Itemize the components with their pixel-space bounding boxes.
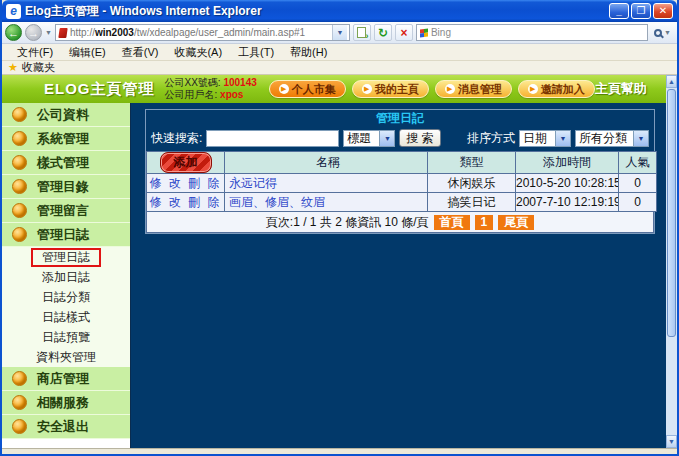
- address-dropdown-icon[interactable]: ▼: [332, 25, 347, 40]
- sidebar-sub-folder-management[interactable]: 資料夾管理: [2, 347, 130, 367]
- search-options-icon[interactable]: ▼: [664, 29, 671, 36]
- diary-name-link[interactable]: 画眉、修眉、纹眉: [229, 195, 325, 209]
- app-logo: ELOG主頁管理: [2, 80, 155, 99]
- sidebar-item-manage-messages[interactable]: 管理留言: [2, 199, 130, 223]
- history-dropdown-icon[interactable]: ▼: [45, 29, 52, 36]
- chevron-down-icon: ▼: [633, 131, 648, 146]
- address-field[interactable]: http://win2003/tw/xdealpage/user_admin/m…: [55, 24, 350, 41]
- browser-window: e Elog主页管理 - Windows Internet Explorer _…: [0, 0, 679, 456]
- menu-edit[interactable]: 编辑(E): [62, 44, 113, 61]
- diary-time: 2007-7-10 12:19:19: [516, 193, 619, 212]
- menu-ball-icon: [12, 227, 27, 242]
- col-time: 添加時間: [516, 152, 619, 174]
- sidebar-item-manage-directory[interactable]: 管理目錄: [2, 175, 130, 199]
- menu-view[interactable]: 查看(V): [115, 44, 166, 61]
- company-user-value: xpos: [220, 89, 243, 100]
- sort-select[interactable]: 日期 ▼: [519, 130, 571, 147]
- play-icon: ▶: [528, 84, 538, 94]
- manage-diary-panel: 管理日記 快速搜索: 標題 ▼ 搜 索 排序方式 日期 ▼: [145, 109, 655, 234]
- search-row: 快速搜索: 標題 ▼ 搜 索 排序方式 日期 ▼ 所有分類: [146, 126, 654, 151]
- close-button[interactable]: ✕: [653, 3, 673, 19]
- delete-link[interactable]: 刪 除: [188, 176, 221, 190]
- address-bar: ← → ▼ http://win2003/tw/xdealpage/user_a…: [2, 22, 677, 44]
- favorites-bar: ★ 收藏夹: [2, 61, 677, 75]
- compatibility-view-icon[interactable]: [353, 24, 371, 41]
- back-button[interactable]: ←: [5, 24, 22, 41]
- menu-file[interactable]: 文件(F): [10, 44, 60, 61]
- sidebar-sub-blog-preview[interactable]: 日誌預覽: [2, 327, 130, 347]
- scrollbar-thumb[interactable]: [667, 89, 676, 337]
- page-content: ELOG主頁管理 公司XX號碼: 100143 公司用戶名: xpos ▶ 个人…: [2, 75, 677, 448]
- nav-personal-market[interactable]: ▶ 个人市集: [269, 80, 346, 98]
- nav-message-management[interactable]: ▶ 消息管理: [435, 80, 512, 98]
- status-bar: [2, 448, 677, 456]
- first-page-button[interactable]: 首頁: [434, 215, 470, 230]
- forward-button[interactable]: →: [25, 24, 42, 41]
- sidebar-sub-manage-blog-selected[interactable]: 管理日誌: [2, 247, 130, 267]
- pagination-info: 頁次:1 / 1 共 2 條資訊 10 條/頁: [266, 214, 429, 231]
- menu-ball-icon: [12, 131, 27, 146]
- search-box[interactable]: Bing: [416, 24, 648, 41]
- search-button[interactable]: ▼: [651, 29, 674, 37]
- header-nav: ▶ 个人市集 ▶ 我的主頁 ▶ 消息管理 ▶ 邀請加入: [269, 80, 595, 98]
- col-name: 名稱: [225, 152, 428, 174]
- add-button[interactable]: 添加: [160, 152, 212, 173]
- sidebar-item-company-info[interactable]: 公司資料: [2, 103, 130, 127]
- sidebar-sub-blog-style[interactable]: 日誌樣式: [2, 307, 130, 327]
- magnifier-icon: [654, 29, 662, 37]
- sidebar-item-related-services[interactable]: 相關服務: [2, 391, 130, 415]
- sidebar-sub-blog-category[interactable]: 日誌分類: [2, 287, 130, 307]
- stop-icon[interactable]: ×: [395, 24, 413, 41]
- nav-invite-join[interactable]: ▶ 邀請加入: [518, 80, 595, 98]
- favorites-label[interactable]: 收藏夹: [22, 60, 55, 75]
- category-select[interactable]: 所有分類 ▼: [575, 130, 649, 147]
- table-row: 修 改 刪 除 永远记得 休闲娱乐 2010-5-20 10:28:15 0: [147, 174, 657, 193]
- quick-search-input[interactable]: [206, 130, 339, 147]
- sidebar-item-system-management[interactable]: 系統管理: [2, 127, 130, 151]
- edit-link[interactable]: 修 改: [149, 176, 182, 190]
- diary-hits: 0: [619, 193, 657, 212]
- col-type: 類型: [428, 152, 516, 174]
- chevron-down-icon: ▼: [379, 131, 394, 146]
- menu-ball-icon: [12, 203, 27, 218]
- app-header: ELOG主頁管理 公司XX號碼: 100143 公司用戶名: xpos ▶ 个人…: [2, 75, 666, 103]
- diary-name-link[interactable]: 永远记得: [229, 176, 277, 190]
- window-title: Elog主页管理 - Windows Internet Explorer: [25, 3, 609, 20]
- pagination-bar: 頁次:1 / 1 共 2 條資訊 10 條/頁 首頁 1 尾頁: [146, 212, 654, 233]
- search-submit-button[interactable]: 搜 索: [399, 129, 440, 147]
- ie-logo-icon: e: [6, 4, 21, 19]
- search-placeholder: Bing: [431, 27, 644, 38]
- menu-ball-icon: [12, 155, 27, 170]
- menu-ball-icon: [12, 395, 27, 410]
- col-hits: 人氣: [619, 152, 657, 174]
- sidebar-item-style-management[interactable]: 樣式管理: [2, 151, 130, 175]
- table-header-row: 添加 名稱 類型 添加時間 人氣: [147, 152, 657, 174]
- edit-link[interactable]: 修 改: [149, 195, 182, 209]
- diary-type: 休闲娱乐: [428, 174, 516, 193]
- homepage-help-link[interactable]: 主頁幫助: [595, 80, 647, 98]
- sidebar: 公司資料 系統管理 樣式管理 管理目錄 管理留言 管理日誌: [2, 103, 131, 448]
- play-icon: ▶: [279, 84, 289, 94]
- sidebar-sub-add-blog[interactable]: 添加日誌: [2, 267, 130, 287]
- vertical-scrollbar[interactable]: ▲ ▼: [666, 75, 677, 448]
- sidebar-item-safe-exit[interactable]: 安全退出: [2, 415, 130, 439]
- sidebar-item-manage-blog[interactable]: 管理日誌: [2, 223, 130, 247]
- restore-button[interactable]: ❐: [631, 3, 651, 19]
- scroll-down-icon[interactable]: ▼: [666, 435, 677, 448]
- play-icon: ▶: [445, 84, 455, 94]
- search-type-select[interactable]: 標題 ▼: [343, 130, 395, 147]
- refresh-icon[interactable]: ↻: [374, 24, 392, 41]
- menu-tools[interactable]: 工具(T): [231, 44, 281, 61]
- scroll-up-icon[interactable]: ▲: [666, 75, 677, 88]
- diary-time: 2010-5-20 10:28:15: [516, 174, 619, 193]
- sort-label: 排序方式: [467, 130, 515, 147]
- diary-table: 添加 名稱 類型 添加時間 人氣 修 改 刪 除 永远记得: [146, 151, 657, 212]
- delete-link[interactable]: 刪 除: [188, 195, 221, 209]
- minimize-button[interactable]: _: [609, 3, 629, 19]
- menu-favorites[interactable]: 收藏夹(A): [167, 44, 229, 61]
- menu-help[interactable]: 帮助(H): [283, 44, 334, 61]
- sidebar-item-shop-management[interactable]: 商店管理: [2, 367, 130, 391]
- last-page-button[interactable]: 尾頁: [498, 215, 534, 230]
- page-number-button[interactable]: 1: [475, 215, 494, 230]
- nav-my-homepage[interactable]: ▶ 我的主頁: [352, 80, 429, 98]
